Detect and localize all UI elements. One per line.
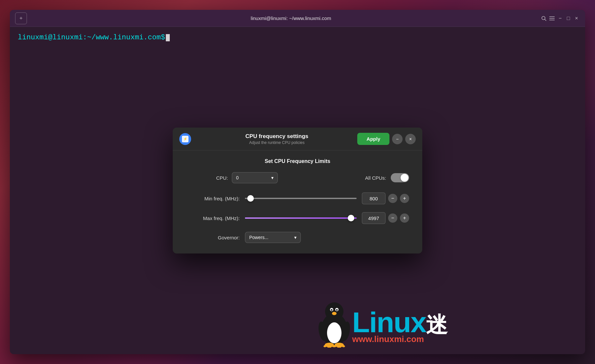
- dialog-body: Set CPU Frequency Limits CPU: 0 ▾ All CP…: [173, 151, 422, 253]
- maximize-button[interactable]: □: [565, 12, 572, 24]
- governor-label: Governor:: [186, 235, 245, 240]
- terminal-window: ＋ linuxmi@linuxmi: ~/www.linuxmi.com: [10, 10, 585, 354]
- dialog-actions: Apply − ×: [357, 133, 416, 145]
- svg-point-14: [340, 321, 351, 341]
- min-freq-value: 800: [362, 192, 386, 204]
- section-title: Set CPU Frequency Limits: [186, 158, 409, 164]
- min-freq-slider-thumb[interactable]: [247, 195, 254, 202]
- minimize-icon: −: [559, 15, 562, 21]
- cpu-icon: ⚡: [182, 136, 188, 142]
- svg-point-19: [331, 344, 336, 348]
- dialog-minimize-button[interactable]: −: [392, 134, 403, 144]
- dialog-overlay: ⚡ CPU frequency settings Adjust the runt…: [10, 27, 585, 354]
- svg-point-8: [330, 308, 333, 311]
- all-cpus-label: All CPUs:: [365, 175, 386, 181]
- linux-text: Linux: [352, 308, 426, 337]
- min-freq-slider-track: [245, 198, 357, 199]
- close-button[interactable]: ×: [573, 12, 580, 24]
- terminal-prompt: linuxmi@linuxmi:~/www.linuxmi.com$: [18, 33, 577, 42]
- svg-point-18: [327, 346, 331, 348]
- svg-point-13: [317, 321, 328, 341]
- close-icon: ×: [575, 15, 578, 21]
- min-freq-value-area: 800 − +: [362, 192, 409, 204]
- terminal-titlebar: ＋ linuxmi@linuxmi: ~/www.linuxmi.com: [10, 10, 585, 27]
- governor-dropdown[interactable]: Powers... ▾: [245, 232, 301, 243]
- dialog-minimize-icon: −: [396, 136, 399, 142]
- cpu-selector-row: CPU: 0 ▾ All CPUs:: [186, 172, 409, 183]
- min-freq-row: Min freq. (MHz): 800 − +: [186, 192, 409, 204]
- governor-chevron-icon: ▾: [294, 235, 297, 240]
- all-cpus-toggle[interactable]: [391, 173, 409, 182]
- max-freq-increase-button[interactable]: +: [400, 213, 409, 223]
- max-freq-value: 4997: [362, 212, 386, 224]
- dialog-app-icon: ⚡: [179, 133, 191, 145]
- svg-point-11: [336, 309, 338, 311]
- svg-line-1: [545, 19, 546, 21]
- search-button[interactable]: [540, 12, 547, 24]
- governor-value: Powers...: [249, 235, 268, 240]
- min-freq-increase-button[interactable]: +: [400, 194, 409, 203]
- max-freq-slider-container: [245, 215, 357, 221]
- svg-point-21: [337, 346, 341, 348]
- dialog-close-icon: ×: [409, 136, 412, 142]
- new-tab-icon: ＋: [18, 15, 24, 22]
- minimize-button[interactable]: −: [557, 12, 564, 24]
- terminal-content: linuxmi@linuxmi:~/www.linuxmi.com$ ⚡ CPU…: [10, 27, 585, 354]
- min-freq-slider-container: [245, 195, 357, 202]
- max-freq-slider-thumb[interactable]: [348, 215, 354, 221]
- svg-point-12: [332, 312, 337, 315]
- prompt-text: linuxmi@linuxmi:~/www.linuxmi.com$: [18, 33, 165, 42]
- menu-button[interactable]: [549, 12, 556, 24]
- tux-penguin-icon: [313, 295, 356, 348]
- min-freq-label: Min freq. (MHz):: [186, 196, 245, 201]
- min-freq-decrease-button[interactable]: −: [388, 194, 397, 203]
- watermark-brand-row: Linux 迷: [352, 308, 448, 337]
- dialog-title: CPU frequency settings: [196, 133, 357, 140]
- mi-text: 迷: [426, 314, 448, 335]
- max-freq-decrease-button[interactable]: −: [388, 213, 397, 223]
- cpu-select-value: 0: [236, 175, 239, 180]
- svg-point-22: [341, 344, 345, 348]
- max-freq-label: Max freq. (MHz):: [186, 215, 245, 221]
- governor-row: Governor: Powers... ▾: [186, 232, 409, 243]
- svg-point-7: [325, 302, 343, 321]
- watermark-url: www.linuxmi.com: [352, 334, 424, 344]
- cpu-settings-dialog: ⚡ CPU frequency settings Adjust the runt…: [173, 128, 422, 253]
- cpu-label: CPU:: [186, 175, 232, 181]
- cursor: [166, 34, 170, 41]
- max-freq-value-area: 4997 − +: [362, 212, 409, 224]
- svg-point-5: [321, 313, 347, 346]
- svg-point-9: [335, 308, 339, 311]
- toggle-knob: [401, 174, 408, 182]
- dialog-title-area: CPU frequency settings Adjust the runtim…: [196, 133, 357, 145]
- max-freq-row: Max freq. (MHz): 4997 − +: [186, 212, 409, 224]
- svg-point-20: [333, 344, 338, 348]
- cpu-dropdown-chevron-icon: ▾: [271, 175, 274, 180]
- maximize-icon: □: [567, 15, 570, 21]
- watermark-text-block: Linux 迷 www.linuxmi.com: [352, 308, 448, 344]
- svg-point-6: [327, 322, 342, 343]
- svg-point-10: [331, 309, 332, 311]
- watermark: Linux 迷 www.linuxmi.com: [313, 295, 448, 348]
- max-freq-slider-track: [245, 217, 357, 219]
- menu-icon: [549, 16, 555, 21]
- apply-button[interactable]: Apply: [357, 133, 389, 145]
- dialog-subtitle: Adjust the runtime CPU policies: [196, 140, 357, 145]
- svg-point-15: [325, 343, 334, 347]
- max-freq-slider-fill: [245, 217, 351, 219]
- terminal-title: linuxmi@linuxmi: ~/www.linuxmi.com: [251, 15, 331, 21]
- new-tab-button[interactable]: ＋: [15, 12, 27, 24]
- search-icon: [541, 16, 546, 21]
- dialog-close-button[interactable]: ×: [405, 134, 416, 144]
- cpu-select-dropdown[interactable]: 0 ▾: [232, 172, 278, 183]
- dialog-header: ⚡ CPU frequency settings Adjust the runt…: [173, 128, 422, 151]
- svg-point-17: [323, 344, 328, 348]
- svg-point-16: [335, 343, 344, 347]
